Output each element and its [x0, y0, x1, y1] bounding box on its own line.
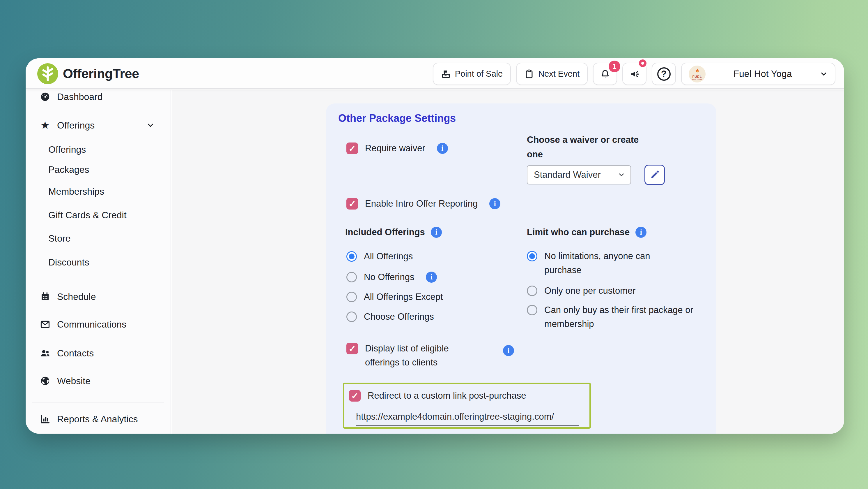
radio-label: No limitations, anyone can purchase [544, 249, 666, 277]
waiver-heading: Choose a waiver or create one [527, 133, 655, 162]
account-menu-button[interactable]: FUEL HOT YOGA Fuel Hot Yoga [681, 63, 835, 85]
calendar-icon [39, 291, 51, 302]
brand-name: OfferingTree [63, 66, 139, 81]
require-waiver-checkbox[interactable] [346, 143, 358, 154]
info-icon[interactable]: i [431, 227, 442, 238]
waiver-select[interactable]: Standard Waiver [527, 165, 631, 184]
gauge-icon [39, 91, 51, 102]
redirect-url-input[interactable]: https://example4domain.offeringtree-stag… [356, 411, 579, 426]
display-list-row: Display list of eligible offerings to cl… [346, 342, 482, 370]
chevron-down-icon[interactable] [146, 121, 155, 130]
sidebar-label: Reports & Analytics [57, 412, 138, 426]
announcements-button[interactable] [622, 63, 647, 85]
intro-offer-label: Enable Intro Offer Reporting [365, 197, 478, 211]
require-waiver-label: Require waiver [365, 141, 425, 155]
help-button[interactable]: ? [652, 63, 676, 85]
sidebar-label: Store [48, 231, 70, 246]
radio-row-all-offerings-except: All Offerings Except [346, 290, 443, 304]
radio-label: All Offerings Except [364, 290, 443, 304]
point-of-sale-label: Point of Sale [455, 69, 503, 79]
pencil-icon [649, 170, 660, 180]
radio-row-choose-offerings: Choose Offerings [346, 310, 434, 324]
redirect-checkbox[interactable] [349, 390, 361, 402]
point-of-sale-button[interactable]: Point of Sale [433, 63, 511, 85]
desktop-background: OfferingTree Point of Sale [0, 0, 868, 489]
radio-label: Choose Offerings [364, 310, 434, 324]
info-icon[interactable]: i [426, 271, 437, 283]
avatar-text-line1: FUEL [692, 75, 702, 78]
avatar-text-line2: HOT YOGA [692, 78, 702, 80]
waiver-selected-value: Standard Waiver [534, 170, 601, 180]
sidebar-subitem-memberships[interactable]: Memberships [48, 185, 104, 198]
bell-icon [600, 69, 610, 79]
next-event-button[interactable]: Next Event [516, 63, 588, 85]
sidebar-subitem-store[interactable]: Store [48, 232, 70, 245]
radio-label: Can only buy as their first package or m… [544, 303, 713, 331]
notifications-button[interactable]: 1 [593, 63, 617, 85]
brand: OfferingTree [37, 63, 139, 85]
display-list-checkbox[interactable] [346, 343, 358, 354]
redirect-row: Redirect to a custom link post-purchase [349, 389, 526, 403]
package-settings-panel: Other Package Settings Require waiver i … [326, 104, 716, 434]
sidebar-item-schedule[interactable]: Schedule [39, 290, 96, 303]
info-icon[interactable]: i [489, 198, 500, 209]
no-offerings-radio[interactable] [346, 272, 357, 282]
sidebar-subitem-gift-cards[interactable]: Gift Cards & Credit [48, 209, 127, 222]
sidebar-item-website[interactable]: Website [39, 374, 91, 387]
envelope-icon [39, 319, 51, 330]
redirect-highlight-box: Redirect to a custom link post-purchase … [343, 383, 591, 429]
sidebar-label: Memberships [48, 184, 104, 198]
megaphone-icon [630, 69, 640, 79]
sidebar-label: Website [57, 374, 91, 388]
sidebar-label: Gift Cards & Credit [48, 208, 127, 222]
sidebar: Dashboard ★ Offerings Offerings Packages… [26, 90, 171, 434]
all-offerings-except-radio[interactable] [346, 292, 357, 302]
all-offerings-radio[interactable] [346, 251, 357, 262]
sidebar-subitem-offerings[interactable]: Offerings [48, 143, 86, 156]
sidebar-item-reports[interactable]: Reports & Analytics [39, 413, 138, 426]
included-offerings-heading: Included Offerings i [345, 227, 442, 238]
radio-row-no-offerings: No Offerings i [346, 270, 437, 284]
offeringtree-logo-icon [37, 63, 58, 84]
radio-row-first-package: Can only buy as their first package or m… [527, 303, 713, 331]
sidebar-label: Communications [57, 317, 126, 332]
sidebar-subitem-discounts[interactable]: Discounts [48, 256, 89, 269]
clipboard-icon [524, 69, 534, 79]
sidebar-divider [32, 402, 164, 402]
only-one-per-customer-radio[interactable] [527, 286, 537, 296]
first-package-only-radio[interactable] [527, 305, 537, 315]
cash-register-icon [441, 69, 451, 79]
no-limitations-radio[interactable] [527, 251, 537, 261]
sidebar-item-contacts[interactable]: Contacts [39, 347, 94, 359]
app-window: OfferingTree Point of Sale [26, 58, 844, 434]
announcement-badge-dot [639, 59, 647, 67]
sidebar-label: Contacts [57, 346, 94, 360]
sidebar-label: Offerings [57, 118, 95, 132]
limit-purchase-heading: Limit who can purchase i [527, 227, 647, 238]
edit-waiver-button[interactable] [645, 165, 665, 185]
sidebar-label: Discounts [48, 255, 89, 269]
sidebar-label: Offerings [48, 143, 86, 156]
next-event-label: Next Event [538, 69, 580, 79]
redirect-label: Redirect to a custom link post-purchase [368, 389, 526, 403]
radio-label: No Offerings [364, 270, 414, 284]
info-icon[interactable]: i [636, 227, 647, 238]
sidebar-item-communications[interactable]: Communications [39, 318, 126, 331]
info-icon[interactable]: i [503, 345, 514, 356]
chevron-down-icon [618, 171, 625, 179]
sidebar-item-offerings[interactable]: ★ Offerings [39, 119, 95, 132]
chevron-down-icon [820, 70, 828, 78]
included-offerings-title: Included Offerings [345, 227, 425, 237]
limit-purchase-title: Limit who can purchase [527, 227, 630, 237]
sidebar-item-dashboard[interactable]: Dashboard [39, 90, 103, 103]
intro-offer-checkbox[interactable] [346, 198, 358, 209]
sidebar-subitem-packages[interactable]: Packages [48, 163, 89, 176]
require-waiver-row: Require waiver i [346, 141, 448, 155]
sidebar-label: Schedule [57, 290, 96, 304]
radio-row-no-limitations: No limitations, anyone can purchase [527, 249, 666, 277]
info-icon[interactable]: i [437, 143, 448, 154]
account-avatar: FUEL HOT YOGA [689, 65, 706, 83]
panel-title: Other Package Settings [338, 112, 456, 124]
star-icon: ★ [39, 120, 51, 131]
choose-offerings-radio[interactable] [346, 312, 357, 322]
